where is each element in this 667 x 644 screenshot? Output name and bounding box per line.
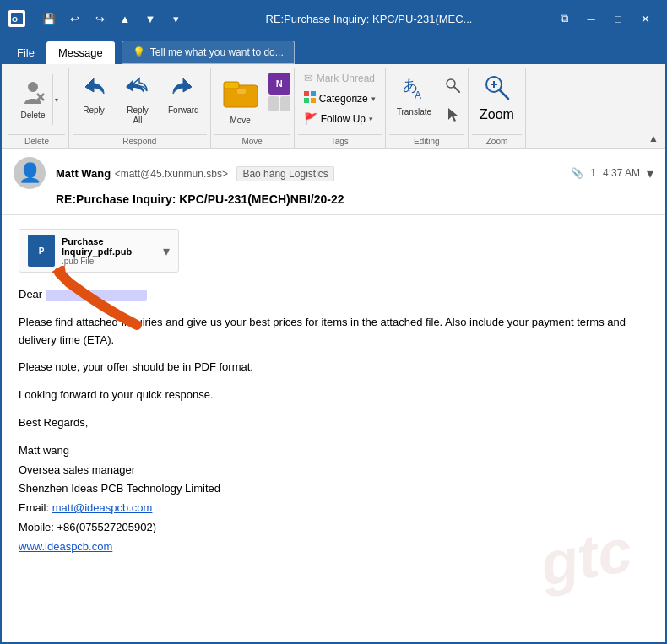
signature-line-3: Oversea sales manager: [19, 462, 648, 479]
send-down-button[interactable]: ▼: [138, 8, 162, 30]
ribbon-group-respond: Reply ReplyAll: [69, 68, 211, 148]
attachment-dropdown-icon[interactable]: ▾: [163, 243, 170, 259]
flag-icon: 🚩: [304, 112, 317, 125]
attachment-box[interactable]: P Purchase Inquiry_pdf.pub .pub File ▾: [19, 229, 179, 273]
reply-all-icon: [124, 73, 151, 104]
onenote-button[interactable]: N: [268, 73, 290, 95]
tab-file[interactable]: File: [5, 41, 46, 64]
minimize-button[interactable]: ─: [578, 5, 605, 32]
website-link[interactable]: www.ideaspcb.com: [19, 540, 112, 553]
sender-email: <matt@45.fxunmun.sbs>: [115, 168, 228, 180]
editing-group-content: あ A Translate: [389, 68, 464, 134]
svg-rect-6: [224, 82, 239, 89]
forward-button[interactable]: Forward: [160, 69, 207, 120]
zoom-group-content: Zoom: [472, 68, 522, 134]
delete-group-label: Delete: [8, 134, 65, 148]
recipient-redacted: [46, 290, 147, 301]
reply-all-button[interactable]: ReplyAll: [117, 69, 159, 130]
categorize-button[interactable]: Categorize ▾: [298, 89, 382, 108]
categorize-icon: [304, 91, 316, 106]
ribbon-group-tags: ✉ Mark Unread Categorize ▾ 🚩 Fol: [295, 68, 386, 148]
body-paragraph-3: Looking forward to your quick response.: [19, 387, 648, 404]
titlebar-left: O 💾 ↩ ↪ ▲ ▼ ▾: [8, 8, 187, 30]
ribbon-group-delete: Delete ▾ Delete: [5, 68, 69, 148]
delete-icon: [19, 80, 46, 111]
reply-label: Reply: [83, 106, 105, 116]
attachment-filename: Purchase Inquiry_pdf.pub: [62, 236, 156, 257]
svg-rect-9: [311, 91, 316, 96]
zoom-button[interactable]: Zoom: [472, 69, 522, 127]
delete-dropdown[interactable]: ▾: [53, 93, 60, 107]
save-button[interactable]: 💾: [37, 8, 61, 30]
undo-button[interactable]: ↩: [62, 8, 86, 30]
window-controls: ⧉ ─ □ ✕: [550, 5, 659, 32]
tell-me-text: Tell me what you want to do...: [150, 46, 284, 58]
search-editing-button[interactable]: [441, 74, 464, 100]
pub-file-icon: P: [28, 235, 55, 267]
redo-button[interactable]: ↪: [88, 8, 111, 30]
ribbon-tabs-bar: File Message 💡 Tell me what you want to …: [2, 35, 665, 64]
tags-col: ✉ Mark Unread Categorize ▾ 🚩 Fol: [298, 69, 382, 127]
mark-unread-button[interactable]: ✉ Mark Unread: [298, 69, 382, 87]
sender-name: Matt Wang: [56, 167, 111, 180]
signature-line-1: Best Regards,: [19, 414, 648, 432]
svg-point-2: [28, 82, 38, 92]
follow-up-button[interactable]: 🚩 Follow Up ▾: [298, 110, 382, 127]
respond-group-label: Respond: [73, 134, 207, 148]
reply-button[interactable]: Reply: [73, 69, 115, 120]
reply-all-label: ReplyAll: [127, 106, 149, 126]
svg-text:A: A: [415, 89, 421, 101]
cursor-button[interactable]: [441, 103, 464, 128]
email-from-line: Matt Wang <matt@45.fxunmun.sbs> Báo hàng…: [56, 165, 561, 181]
signature-website: www.ideaspcb.com: [19, 538, 648, 556]
expand-button[interactable]: ▾: [647, 165, 653, 181]
titlebar: O 💾 ↩ ↪ ▲ ▼ ▾ RE:Purchase Inquiry: KPC/P…: [2, 2, 665, 35]
move-small-2[interactable]: [280, 96, 290, 111]
email-body-text: Dear Please find attached Inquiries and …: [19, 286, 648, 556]
close-button[interactable]: ✕: [632, 5, 659, 32]
follow-up-label: Follow Up: [321, 113, 366, 125]
move-group-label: Move: [214, 134, 290, 148]
avatar: 👤: [14, 157, 46, 189]
body-paragraph-1: Please find attached Inquiries and give …: [19, 314, 648, 349]
email-meta-row: 👤 Matt Wang <matt@45.fxunmun.sbs> Báo hà…: [14, 157, 653, 189]
email-label: Email:: [19, 501, 52, 514]
editing-small-col: [441, 69, 464, 128]
email-time: 4:37 AM: [603, 167, 640, 179]
move-small-1[interactable]: [268, 96, 279, 111]
signature-email-link[interactable]: matt@ideaspcb.com: [52, 501, 153, 514]
svg-line-17: [500, 90, 508, 99]
qat-dropdown[interactable]: ▾: [164, 8, 187, 30]
attachment-count: 1: [590, 167, 596, 179]
ribbon-collapse-button[interactable]: ▲: [645, 131, 662, 146]
delete-button[interactable]: Delete: [14, 76, 52, 124]
restore-button[interactable]: ⧉: [550, 5, 578, 32]
svg-rect-11: [311, 98, 316, 103]
follow-up-dropdown-icon: ▾: [369, 115, 373, 123]
attachment-info: Purchase Inquiry_pdf.pub .pub File: [62, 236, 156, 266]
move-folder-icon: [222, 73, 259, 114]
signature-line-4: Shenzhen Ideas PCB Technology Limited: [19, 480, 648, 498]
translate-button[interactable]: あ A Translate: [389, 69, 439, 122]
forward-icon: [170, 73, 197, 104]
svg-line-15: [454, 87, 459, 92]
outlook-app-icon: O: [8, 10, 25, 27]
ribbon: Delete ▾ Delete: [2, 64, 665, 149]
reply-icon: [80, 73, 107, 104]
envelope-icon: ✉: [304, 72, 313, 84]
email-body[interactable]: P Purchase Inquiry_pdf.pub .pub File ▾: [2, 215, 665, 642]
svg-rect-8: [304, 91, 309, 96]
dear-text: Dear: [19, 288, 42, 300]
move-button[interactable]: Move: [214, 69, 267, 129]
send-up-button[interactable]: ▲: [113, 8, 137, 30]
onenote-area: N: [268, 69, 290, 111]
window-title: RE:Purchase Inquiry: KPC/PU-231(MEC...: [187, 13, 550, 25]
titlebar-quick-access: 💾 ↩ ↪ ▲ ▼ ▾: [37, 8, 187, 30]
attachment-icon: 📎: [571, 167, 583, 179]
signature-line-2: Matt wang: [19, 442, 648, 460]
tell-me-box[interactable]: 💡 Tell me what you want to do...: [122, 41, 295, 64]
categorize-dropdown-icon: ▾: [371, 95, 376, 103]
maximize-button[interactable]: □: [605, 5, 632, 32]
svg-text:O: O: [12, 15, 18, 24]
tab-message[interactable]: Message: [46, 41, 115, 64]
